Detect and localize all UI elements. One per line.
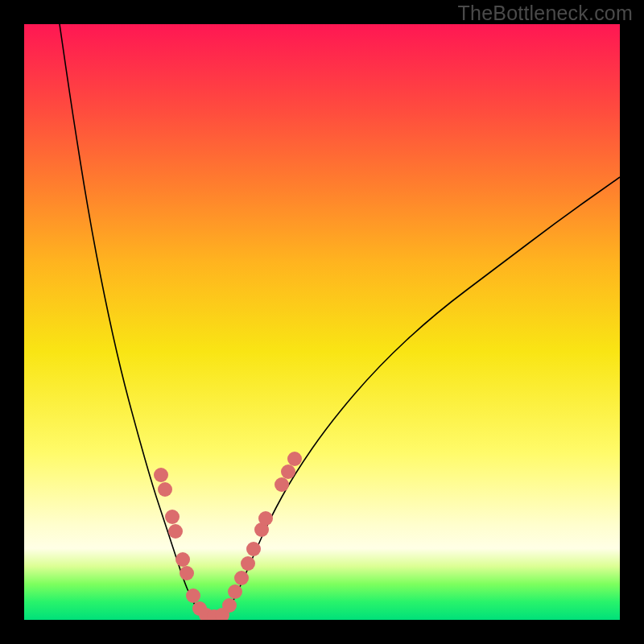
highlight-dot xyxy=(287,452,302,466)
highlight-dots xyxy=(154,452,302,620)
highlight-dot xyxy=(222,598,237,613)
curve-path xyxy=(60,24,620,617)
highlight-dot xyxy=(275,477,289,492)
highlight-dot xyxy=(158,482,172,497)
highlight-dot xyxy=(180,566,194,580)
highlight-dot xyxy=(241,556,255,571)
highlight-dot xyxy=(186,588,200,603)
watermark-text: TheBottleneck.com xyxy=(458,2,633,25)
highlight-dot xyxy=(234,571,249,585)
highlight-dot xyxy=(228,584,242,599)
highlight-dot xyxy=(165,510,180,524)
highlight-dot xyxy=(246,542,261,556)
plot-area xyxy=(24,24,620,620)
highlight-dot xyxy=(175,552,190,567)
highlight-dot xyxy=(258,511,273,526)
highlight-dot xyxy=(154,468,168,482)
highlight-dot xyxy=(281,464,295,479)
chart-frame: TheBottleneck.com xyxy=(0,0,644,644)
highlight-dot xyxy=(168,524,183,539)
bottleneck-curve xyxy=(24,24,620,620)
